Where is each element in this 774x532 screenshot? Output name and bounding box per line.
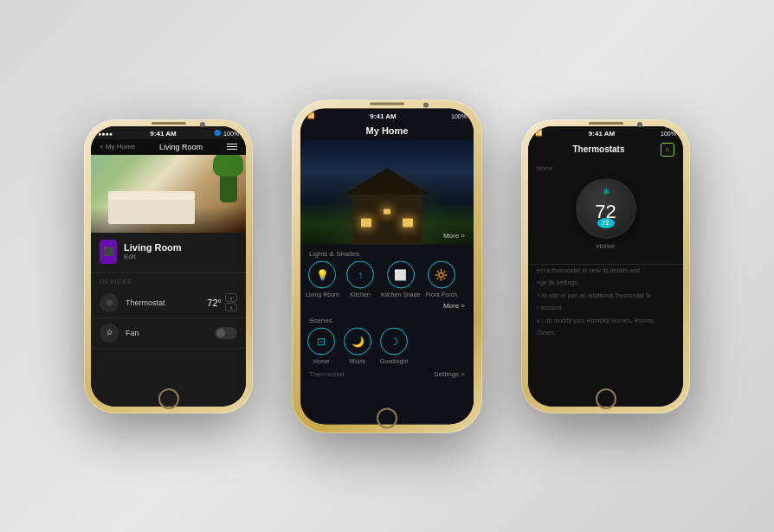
- more-button-1[interactable]: More >: [443, 231, 465, 239]
- time-left: 9:41 AM: [150, 130, 176, 138]
- screen-right: 📶 9:41 AM 100% Thermostats ⌂: [528, 126, 683, 407]
- screen-left-container: ●●●● 9:41 AM 🔵 100% < My Home Living Roo…: [91, 126, 246, 407]
- scene: ●●●● 9:41 AM 🔵 100% < My Home Living Roo…: [0, 0, 774, 532]
- room-icon-shade[interactable]: ⬜ Kitchen Shade: [381, 260, 421, 298]
- house-window-1: [361, 218, 371, 227]
- room-icon: ⬛: [100, 240, 117, 264]
- lights-section-label: Lights & Shades: [300, 244, 474, 260]
- room-name: Living Room: [124, 242, 182, 253]
- menu-button-left[interactable]: [227, 144, 237, 150]
- wifi-center: 📶: [307, 112, 315, 119]
- camera-center: [423, 102, 429, 107]
- divider-right-1: [528, 264, 683, 265]
- house-window-3: [384, 208, 390, 214]
- screen-right-container: 📶 9:41 AM 100% Thermostats ⌂: [528, 126, 683, 407]
- thermostat-section: Home ❄ 72 72 Home: [528, 160, 683, 262]
- signal-left: ●●●●: [98, 131, 113, 137]
- scene-movie[interactable]: 🌙 Movie: [342, 327, 373, 364]
- fan-row[interactable]: ✿ Fan: [91, 318, 246, 349]
- fan-name: Fan: [126, 329, 215, 337]
- temp-up-button[interactable]: ∧: [225, 303, 237, 311]
- home-scene-icon[interactable]: ⊡: [307, 327, 335, 355]
- time-center: 9:41 AM: [370, 112, 396, 119]
- screen-center: 📶 9:41 AM 100% My Home: [300, 108, 474, 424]
- porch-label: Front Porch: [425, 291, 457, 298]
- goodnight-scene-label: Goodnight: [380, 357, 408, 364]
- thermostat-row[interactable]: ◎ Thermostat 72° ∨ ∧: [91, 288, 246, 318]
- status-bar-left: ●●●● 9:41 AM 🔵 100%: [91, 126, 246, 139]
- home-scene-label: Home: [313, 357, 330, 364]
- screen-left: ●●●● 9:41 AM 🔵 100% < My Home Living Roo…: [91, 126, 246, 407]
- home-button-left[interactable]: [158, 388, 179, 409]
- help-line-2: nge its settings.: [537, 279, 674, 288]
- goodnight-scene-icon[interactable]: ☽: [380, 327, 408, 355]
- thermostat-controls[interactable]: ∨ ∧: [225, 293, 237, 311]
- status-bar-center: 📶 9:41 AM 100%: [300, 108, 474, 121]
- room-details: Living Room Edit: [124, 242, 182, 260]
- room-icon-kitchen[interactable]: ↑ Kitchen: [345, 260, 376, 298]
- screen-center-container: 📶 9:41 AM 100% My Home: [300, 108, 474, 424]
- help-line-5: k ⌂ to modify your HomeKit Homes, Rooms,: [537, 317, 674, 326]
- right-header: Thermostats ⌂: [528, 139, 683, 160]
- help-text: ect a thermostat to view its details and…: [528, 266, 683, 338]
- back-button-left[interactable]: < My Home: [100, 143, 135, 151]
- temp-down-button[interactable]: ∨: [225, 293, 237, 302]
- thermostat-name: Thermostat: [126, 298, 207, 307]
- room-icon-living[interactable]: 💡 Living Room: [306, 260, 339, 298]
- thermostat-value: 72°: [207, 298, 222, 308]
- room-info: ⬛ Living Room Edit: [91, 233, 246, 271]
- thermostat-home-label: Home: [597, 242, 615, 250]
- phones-wrapper: ●●●● 9:41 AM 🔵 100% < My Home Living Roo…: [41, 16, 733, 517]
- wifi-right: 📶: [535, 130, 543, 137]
- shade-icon[interactable]: ⬜: [387, 260, 415, 288]
- movie-scene-label: Movie: [350, 357, 366, 364]
- room-image-left: [91, 155, 246, 233]
- thermostat-display[interactable]: ❄ 72 72 Home: [537, 178, 674, 250]
- scene-home[interactable]: ⊡ Home: [306, 327, 337, 364]
- room-icon-porch[interactable]: 🔆 Front Porch: [425, 260, 457, 298]
- house-window-2: [403, 218, 413, 227]
- room-edit[interactable]: Edit: [124, 253, 182, 260]
- center-title: My Home: [300, 121, 474, 140]
- section-sublabel: Home: [537, 165, 674, 171]
- phone-left: ●●●● 9:41 AM 🔵 100% < My Home Living Roo…: [84, 119, 253, 413]
- porch-icon[interactable]: 🔆: [428, 260, 455, 288]
- phone-center: 📶 9:41 AM 100% My Home: [292, 99, 482, 433]
- living-room-label: Living Room: [306, 291, 339, 298]
- shade-label: Kitchen Shade: [381, 291, 421, 298]
- more-button-2[interactable]: More >: [300, 299, 474, 311]
- sofa-decoration: [108, 198, 195, 224]
- thermostat-bottom-label: Thermostat: [309, 370, 344, 378]
- status-bar-right: 📶 9:41 AM 100%: [528, 126, 683, 139]
- thermostat-inner-value: 72: [597, 218, 615, 228]
- fan-icon: ✿: [100, 324, 119, 343]
- plant-decoration: [220, 159, 237, 202]
- kitchen-icon[interactable]: ↑: [346, 260, 374, 288]
- thermostat-circle[interactable]: ❄ 72 72: [576, 178, 636, 239]
- fan-toggle[interactable]: [215, 327, 237, 339]
- kitchen-label: Kitchen: [350, 291, 370, 298]
- home-button-right[interactable]: [596, 388, 616, 409]
- time-right: 9:41 AM: [589, 130, 615, 138]
- movie-scene-icon[interactable]: 🌙: [344, 327, 371, 355]
- settings-link[interactable]: Settings >: [434, 370, 465, 378]
- home-button-center[interactable]: [377, 407, 397, 428]
- scene-goodnight[interactable]: ☽ Goodnight: [378, 327, 410, 364]
- house-body: [352, 192, 422, 244]
- help-line-4: r account.: [537, 304, 674, 313]
- house-roof: [344, 168, 430, 194]
- battery-left: 🔵 100%: [214, 130, 239, 137]
- snowflake-icon: ❄: [603, 187, 610, 196]
- house-image: More >: [300, 140, 474, 244]
- help-line-6: Zones.: [537, 329, 674, 338]
- thermostat-icon: ◎: [100, 293, 119, 312]
- help-line-3: + to add or pair an additional thermosta…: [537, 292, 674, 301]
- battery-center: 100%: [451, 112, 467, 119]
- divider-1: [91, 272, 246, 273]
- lights-grid: 💡 Living Room ↑ Kitchen ⬜ Kitchen Shade: [300, 260, 474, 298]
- living-room-icon[interactable]: 💡: [308, 260, 336, 288]
- phone-right: 📶 9:41 AM 100% Thermostats ⌂: [521, 119, 690, 413]
- devices-label: DEVICES: [91, 275, 246, 288]
- right-title: Thermostats: [537, 144, 661, 154]
- home-icon-button[interactable]: ⌂: [661, 143, 674, 157]
